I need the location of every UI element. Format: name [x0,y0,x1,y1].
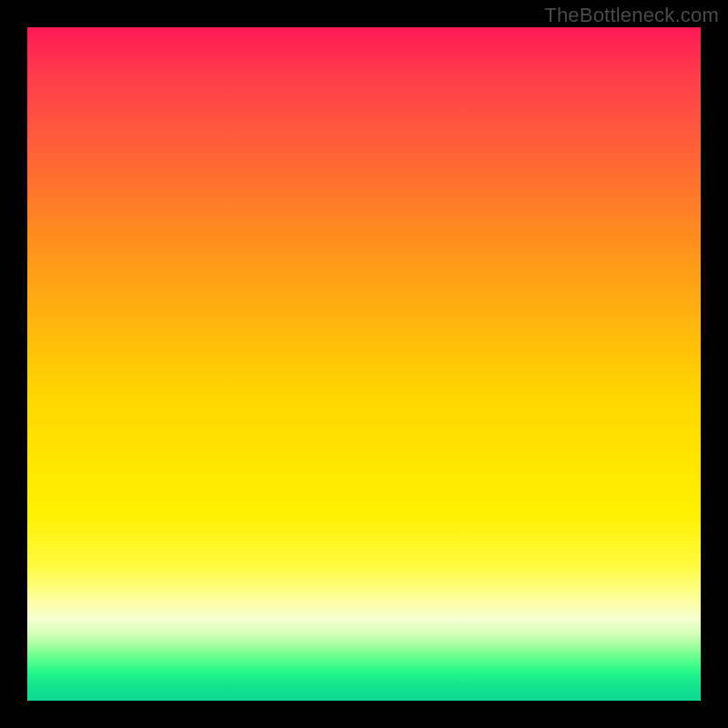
chart-frame: TheBottleneck.com [0,0,728,728]
plot-area [27,27,701,701]
watermark-text: TheBottleneck.com [544,4,719,27]
background-gradient [27,27,701,701]
